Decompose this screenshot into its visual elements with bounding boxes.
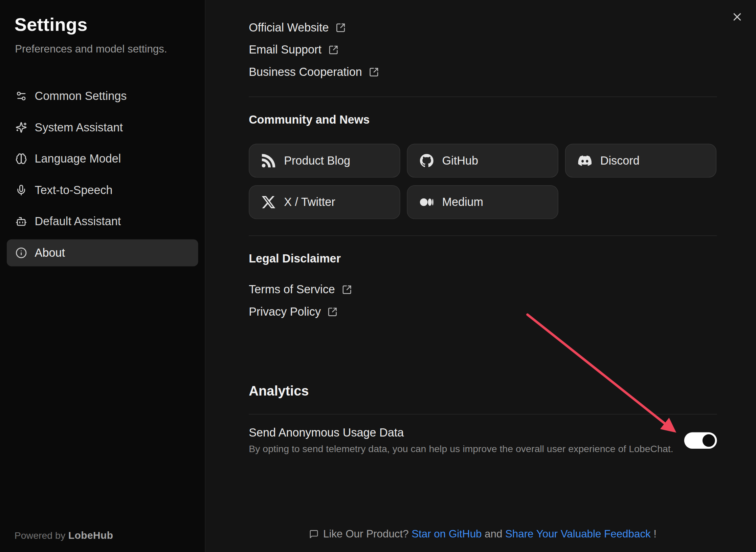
discord-button[interactable]: Discord <box>565 144 716 178</box>
product-blog-button[interactable]: Product Blog <box>249 144 400 178</box>
legal-links: Terms of Service Privacy Policy <box>249 278 717 323</box>
external-link-icon <box>328 306 338 317</box>
analytics-setting-row: Send Anonymous Usage Data By opting to s… <box>249 426 717 454</box>
page-title: Settings <box>15 15 205 35</box>
about-panel: Contact Us Official Website Email Suppor… <box>205 0 756 552</box>
link-label: Email Support <box>249 43 321 57</box>
link-label: Official Website <box>249 21 329 34</box>
x-icon <box>262 195 275 209</box>
footer-prefix: Like Our Product? <box>323 528 409 540</box>
link-label: Terms of Service <box>249 283 335 296</box>
sidebar-item-label: Default Assistant <box>35 215 121 228</box>
settings-sidebar: Settings Preferences and model settings.… <box>0 0 205 552</box>
external-link-icon <box>342 284 352 295</box>
button-label: Medium <box>442 195 483 209</box>
sidebar-item-label: About <box>35 246 65 260</box>
powered-by-text: Powered by <box>15 530 65 541</box>
lobehub-brand: LobeHub <box>68 530 113 541</box>
rss-icon <box>262 154 275 167</box>
external-link-icon <box>328 45 338 55</box>
link-label: Business Cooperation <box>249 65 362 79</box>
sidebar-item-system-assistant[interactable]: System Assistant <box>7 114 198 141</box>
sidebar-item-language-model[interactable]: Language Model <box>7 145 198 172</box>
sliders-icon <box>16 90 27 102</box>
sidebar-item-label: Common Settings <box>35 89 127 103</box>
footer-suffix: ! <box>653 528 657 540</box>
medium-icon <box>420 195 433 209</box>
link-label: Privacy Policy <box>249 305 321 318</box>
community-heading: Community and News <box>249 113 717 126</box>
sidebar-item-label: Text-to-Speech <box>35 183 113 197</box>
github-button[interactable]: GitHub <box>407 144 558 178</box>
sidebar-item-label: System Assistant <box>35 121 123 134</box>
usage-data-toggle[interactable] <box>684 432 717 448</box>
settings-nav: Common Settings System Assistant Languag… <box>0 83 205 267</box>
sparkles-icon <box>16 122 27 133</box>
official-website-link[interactable]: Official Website <box>249 16 346 39</box>
legal-heading: Legal Disclaimer <box>249 252 717 266</box>
bot-icon <box>16 216 27 227</box>
x-twitter-button[interactable]: X / Twitter <box>249 185 400 219</box>
setting-label: Send Anonymous Usage Data <box>249 426 673 440</box>
sidebar-item-text-to-speech[interactable]: Text-to-Speech <box>7 176 198 204</box>
button-label: GitHub <box>442 154 478 167</box>
business-cooperation-link[interactable]: Business Cooperation <box>249 61 379 83</box>
button-label: X / Twitter <box>284 195 335 209</box>
sidebar-item-common-settings[interactable]: Common Settings <box>7 83 198 110</box>
divider <box>249 414 717 414</box>
toggle-knob <box>703 434 715 447</box>
about-content: Contact Us Official Website Email Suppor… <box>249 0 717 454</box>
close-button[interactable] <box>729 9 745 25</box>
external-link-icon <box>335 22 346 33</box>
close-icon <box>731 10 743 23</box>
footer-middle: and <box>485 528 502 540</box>
info-icon <box>16 247 27 258</box>
email-support-link[interactable]: Email Support <box>249 39 338 61</box>
share-feedback-link[interactable]: Share Your Valuable Feedback <box>505 528 651 540</box>
setting-description: By opting to send telemetry data, you ca… <box>249 443 673 454</box>
divider <box>249 97 717 97</box>
button-label: Discord <box>600 154 640 167</box>
button-label: Product Blog <box>284 154 350 167</box>
terms-of-service-link[interactable]: Terms of Service <box>249 278 352 301</box>
community-buttons: Product Blog GitHub Discord <box>249 144 717 219</box>
sidebar-item-about[interactable]: About <box>7 239 198 267</box>
message-square-icon <box>309 529 319 539</box>
footer-note: Like Our Product?Star on GitHubandShare … <box>249 528 717 540</box>
setting-text: Send Anonymous Usage Data By opting to s… <box>249 426 673 454</box>
settings-modal: Settings Preferences and model settings.… <box>0 0 756 552</box>
page-subtitle: Preferences and model settings. <box>15 43 205 56</box>
medium-button[interactable]: Medium <box>407 185 558 219</box>
external-link-icon <box>369 67 379 77</box>
mic-icon <box>16 184 27 196</box>
contact-us-heading: Contact Us <box>249 0 310 3</box>
sidebar-item-default-assistant[interactable]: Default Assistant <box>7 208 198 235</box>
brain-icon <box>16 153 27 165</box>
powered-by: Powered byLobeHub <box>15 530 113 541</box>
star-on-github-link[interactable]: Star on GitHub <box>412 528 482 540</box>
discord-icon <box>578 154 592 167</box>
github-icon <box>420 154 433 167</box>
privacy-policy-link[interactable]: Privacy Policy <box>249 301 338 323</box>
divider <box>249 235 717 236</box>
sidebar-item-label: Language Model <box>35 152 121 166</box>
analytics-heading: Analytics <box>249 384 717 399</box>
